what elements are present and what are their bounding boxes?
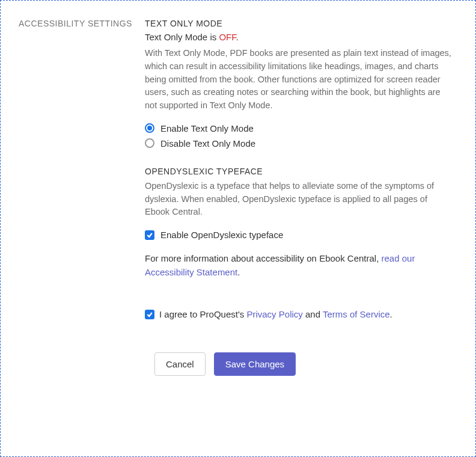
opendyslexic-heading: OPENDYSLEXIC TYPEFACE (145, 167, 451, 176)
enable-text-only-radio[interactable]: Enable Text Only Mode (145, 123, 451, 133)
settings-panel: ACCESSIBILITY SETTINGS TEXT ONLY MODE Te… (0, 0, 476, 457)
radio-selected-icon (145, 123, 154, 133)
terms-of-service-link[interactable]: Terms of Service (323, 309, 390, 319)
enable-text-only-label: Enable Text Only Mode (160, 123, 254, 133)
agree-text: I agree to ProQuest's Privacy Policy and… (159, 309, 392, 319)
disable-text-only-radio[interactable]: Disable Text Only Mode (145, 138, 451, 149)
text-only-status-suffix: . (236, 32, 239, 42)
section-label: ACCESSIBILITY SETTINGS (19, 19, 145, 28)
settings-content: TEXT ONLY MODE Text Only Mode is OFF. Wi… (145, 19, 457, 438)
more-info-prefix: For more information about accessibility… (145, 253, 382, 263)
agree-and: and (303, 309, 323, 319)
text-only-status-value: OFF (219, 32, 236, 42)
section-label-col: ACCESSIBILITY SETTINGS (19, 19, 145, 438)
text-only-description: With Text Only Mode, PDF books are prese… (145, 47, 451, 112)
enable-opendyslexic-label: Enable OpenDyslexic typeface (160, 230, 283, 240)
radio-unselected-icon (145, 138, 154, 148)
disable-text-only-label: Disable Text Only Mode (160, 138, 255, 149)
cancel-button[interactable]: Cancel (154, 352, 206, 376)
more-info-suffix: . (237, 267, 240, 277)
opendyslexic-description: OpenDyslexic is a typeface that helps to… (145, 180, 451, 219)
more-info-line: For more information about accessibility… (145, 252, 451, 279)
save-changes-button[interactable]: Save Changes (214, 352, 296, 376)
enable-opendyslexic-checkbox[interactable]: Enable OpenDyslexic typeface (145, 230, 451, 240)
agree-prefix: I agree to ProQuest's (159, 309, 246, 319)
agree-row: I agree to ProQuest's Privacy Policy and… (145, 309, 451, 319)
agree-checkbox[interactable] (145, 310, 154, 319)
text-only-heading: TEXT ONLY MODE (145, 19, 451, 28)
checkbox-checked-icon (145, 230, 154, 240)
text-only-status: Text Only Mode is OFF. (145, 32, 451, 42)
button-row: Cancel Save Changes (154, 352, 451, 376)
agree-suffix: . (390, 309, 392, 319)
privacy-policy-link[interactable]: Privacy Policy (246, 309, 302, 319)
text-only-status-prefix: Text Only Mode is (145, 32, 219, 42)
